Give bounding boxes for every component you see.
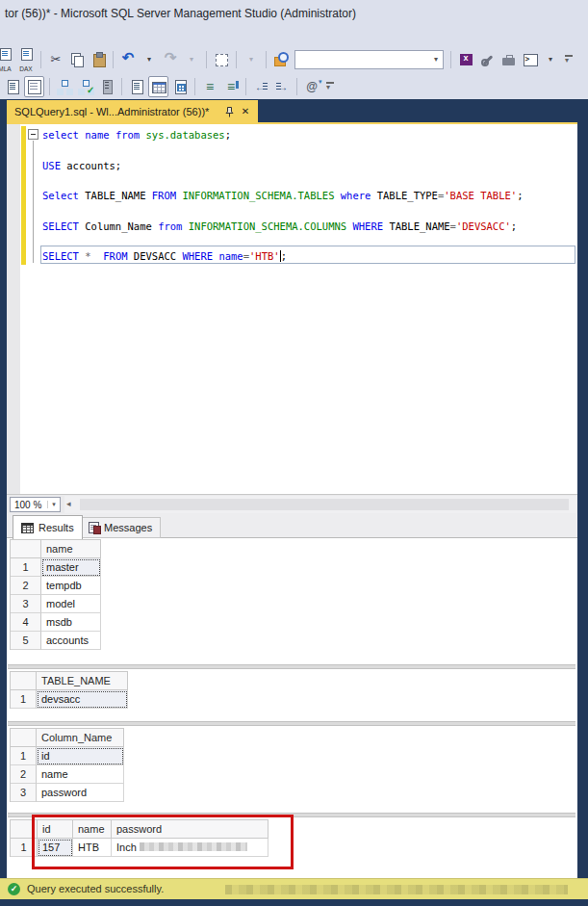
row-number-cell[interactable]: 2	[11, 577, 41, 595]
close-icon[interactable]: ✕	[239, 106, 252, 116]
code-line-5[interactable]: Select TABLE_NAME FROM INFORMATION_SCHEM…	[42, 188, 523, 203]
code-fold-line	[33, 141, 34, 263]
result-cell[interactable]: master	[41, 558, 101, 577]
undo-icon[interactable]	[118, 49, 138, 70]
chevron-down-icon[interactable]: ▾	[429, 55, 443, 64]
result-cell[interactable]: password	[37, 784, 124, 802]
undo-icon	[119, 51, 138, 68]
results-pane-tabs: Results Messages	[7, 513, 577, 538]
validate-connection-icon[interactable]	[76, 76, 95, 97]
scrollbar-thumb[interactable]	[80, 499, 569, 510]
column-header-TABLE_NAME[interactable]: TABLE_NAME	[37, 672, 128, 690]
scroll-left-arrow-icon[interactable]: ◂	[66, 499, 71, 508]
register-server-icon	[56, 78, 74, 95]
disabled-caret-icon[interactable]	[242, 49, 261, 70]
grid-corner-cell[interactable]	[11, 729, 37, 747]
redo-icon	[162, 51, 180, 68]
row-number-cell[interactable]: 1	[11, 558, 41, 577]
title-bar[interactable]: tor (56))* - Microsoft SQL Server Manage…	[0, 0, 588, 27]
redo-icon[interactable]	[161, 49, 180, 70]
result-grid-splitter[interactable]	[8, 721, 575, 726]
results-to-text-icon[interactable]	[127, 76, 146, 97]
tab-results[interactable]: Results	[13, 515, 83, 539]
code-line-9[interactable]: SELECT * FROM DEVSACC WHERE name='HTB';	[42, 248, 287, 264]
result-row: 3model	[11, 595, 101, 613]
undo-caret-icon[interactable]	[140, 49, 159, 70]
comment-selection-icon[interactable]	[200, 76, 219, 97]
ide-window-icon[interactable]	[456, 49, 475, 70]
column-header-Column_Name[interactable]: Column_Name	[37, 729, 124, 747]
result-row: 1master	[11, 558, 101, 577]
toolbar-overflow-icon[interactable]	[324, 77, 336, 96]
results-to-grid-icon[interactable]	[148, 76, 168, 97]
row-number-cell[interactable]: 1	[11, 747, 37, 765]
pin-icon[interactable]	[224, 105, 236, 118]
register-server-icon[interactable]	[55, 76, 74, 97]
redo-caret-icon[interactable]	[182, 49, 201, 70]
toolbar-separator	[194, 78, 195, 95]
command-window-icon[interactable]	[520, 49, 539, 70]
grid-corner-cell[interactable]	[11, 540, 41, 558]
result-cell[interactable]: devsacc	[37, 690, 128, 709]
command-caret-icon[interactable]	[541, 49, 560, 70]
menu-bar[interactable]	[0, 27, 588, 44]
uncomment-selection-icon[interactable]	[221, 76, 241, 97]
code-line-3[interactable]: USE accounts;	[42, 158, 121, 173]
toolbar-separator	[40, 51, 41, 68]
row-number-cell[interactable]: 2	[11, 765, 37, 784]
properties-wrench-icon[interactable]	[477, 49, 497, 70]
document-tab-sqlquery1[interactable]: SQLQuery1.sql - Wl...Administrator (56))…	[7, 100, 258, 122]
result-cell[interactable]: model	[41, 595, 101, 613]
result-row: 4msdb	[11, 613, 101, 632]
toolbox-icon[interactable]	[499, 49, 518, 70]
result-grid-splitter[interactable]	[8, 664, 575, 669]
toolbar-overflow-icon[interactable]	[563, 50, 575, 69]
result-cell[interactable]: accounts	[41, 632, 101, 650]
editor-horizontal-scrollbar[interactable]: ◂	[64, 496, 576, 513]
find-in-files-icon[interactable]	[271, 49, 291, 70]
result-cell[interactable]: name	[37, 765, 124, 784]
code-line-7[interactable]: SELECT Column_Name from INFORMATION_SCHE…	[42, 219, 517, 234]
copy-icon[interactable]	[67, 49, 87, 70]
disabled-caret-icon	[246, 51, 256, 68]
server-objects-icon[interactable]	[97, 76, 116, 97]
results-to-file-icon[interactable]	[170, 76, 190, 97]
row-number-cell[interactable]: 3	[11, 784, 37, 802]
result-cell[interactable]: id	[37, 747, 124, 765]
editor-zoom-dropdown[interactable]: 100 % ▾	[10, 497, 61, 512]
column-header-name[interactable]: name	[41, 540, 101, 558]
selection-box-icon[interactable]	[212, 49, 231, 70]
row-number-cell[interactable]: 4	[11, 613, 41, 632]
toolbar-separator	[206, 51, 207, 68]
undo-caret-icon	[144, 51, 154, 68]
code-line-1[interactable]: select name from sys.databases;	[42, 127, 231, 142]
dax-query-icon[interactable]: DAX	[16, 46, 36, 72]
cut-icon[interactable]	[46, 49, 65, 70]
decrease-indent-icon[interactable]	[251, 76, 270, 97]
row-number-cell[interactable]: 1	[11, 690, 37, 709]
toolbar-separator	[49, 78, 50, 95]
editor-gutter	[7, 124, 20, 494]
xmla-query-icon[interactable]: MLA	[0, 46, 14, 72]
result-cell[interactable]: msdb	[41, 613, 101, 632]
result-row: 3password	[11, 784, 124, 802]
sql-editor-surface[interactable]	[20, 124, 577, 494]
window-frame-left	[0, 99, 7, 899]
row-number-cell[interactable]: 3	[11, 595, 41, 613]
code-fold-collapse-icon[interactable]	[28, 129, 38, 140]
template-parameters-icon[interactable]	[302, 76, 321, 97]
chevron-down-icon[interactable]: ▾	[47, 501, 60, 508]
tab-messages[interactable]: Messages	[80, 517, 161, 538]
result-cell[interactable]: tempdb	[41, 577, 101, 595]
increase-indent-icon[interactable]	[272, 76, 292, 97]
find-combobox[interactable]: ▾	[294, 50, 444, 69]
row-number-cell[interactable]: 5	[11, 632, 41, 650]
window-layout-icon[interactable]	[24, 76, 44, 97]
editor-zoom-value: 100 %	[11, 500, 47, 510]
grid-corner-cell[interactable]	[11, 672, 37, 690]
paste-icon[interactable]	[89, 49, 108, 70]
object-details-icon[interactable]	[3, 76, 22, 97]
uncomment-selection-icon	[222, 78, 241, 95]
ide-window-icon	[457, 51, 475, 68]
validate-connection-icon	[77, 78, 95, 95]
